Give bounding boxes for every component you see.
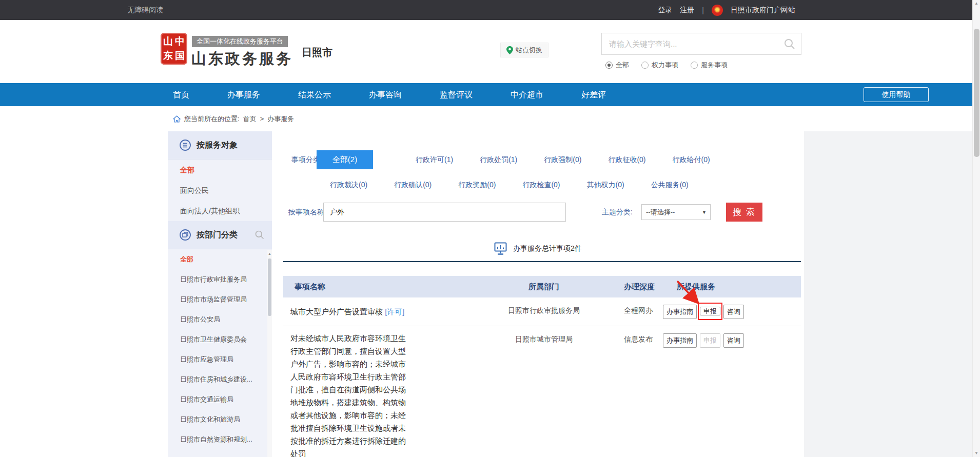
- stats-monitor-icon: [494, 242, 507, 255]
- by-target-title: 按服务对象: [197, 140, 238, 151]
- site-switch-button[interactable]: 站点切换: [500, 43, 548, 57]
- sidebar-dept-item[interactable]: 日照市公安局: [168, 309, 272, 329]
- search-icon[interactable]: [783, 38, 796, 50]
- category-row-2: 行政裁决(0) 行政确认(0) 行政奖励(0) 行政检查(0) 其他权力(0) …: [330, 181, 689, 190]
- topic-select[interactable]: --请选择-- ▼: [641, 204, 711, 220]
- keyword-search-box: [601, 33, 801, 55]
- seal-char: 山: [162, 34, 174, 49]
- nav-results[interactable]: 结果公示: [279, 83, 350, 106]
- guide-button[interactable]: 办事指南: [663, 333, 697, 348]
- department-cell: 日照市城市管理局: [482, 326, 605, 457]
- table-row: 城市大型户外广告设置审核 [许可] 日照市行政审批服务局 全程网办 办事指南 申…: [283, 297, 801, 326]
- help-button[interactable]: 使用帮助: [864, 87, 929, 102]
- national-emblem-icon: ★: [712, 5, 723, 16]
- nav-intermediary[interactable]: 中介超市: [492, 83, 562, 106]
- category-item[interactable]: 行政征收(0): [608, 155, 645, 165]
- scope-power-items[interactable]: 权力事项: [641, 61, 678, 70]
- sidebar-target-citizen[interactable]: 面向公民: [168, 180, 272, 201]
- by-department-title: 按部门分类: [197, 230, 238, 241]
- main-panel: 事项分类: 全部(2) 行政许可(1) 行政处罚(1) 行政强制(0) 行政征收…: [272, 131, 804, 457]
- scope-power-label: 权力事项: [652, 61, 678, 70]
- declare-button[interactable]: 申报: [700, 307, 720, 315]
- sidebar-dept-item[interactable]: 日照市应急管理局: [168, 349, 272, 369]
- login-link[interactable]: 登录: [658, 6, 672, 15]
- radio-selected-icon[interactable]: [605, 62, 613, 69]
- scope-service-items[interactable]: 服务事项: [691, 61, 728, 70]
- scope-all[interactable]: 全部: [605, 61, 629, 70]
- scrollbar-down-icon[interactable]: ▼: [973, 450, 980, 457]
- category-item[interactable]: 行政许可(1): [416, 155, 453, 165]
- item-name-cell[interactable]: 对未经城市人民政府市容环境卫生行政主管部门同意，擅自设置大型户外广告，影响市容的…: [290, 326, 406, 457]
- category-item[interactable]: 行政奖励(0): [458, 181, 496, 190]
- scrollbar-up-icon[interactable]: ▲: [267, 250, 272, 255]
- category-item[interactable]: 公共服务(0): [651, 181, 689, 190]
- nav-consult[interactable]: 办事咨询: [350, 83, 421, 106]
- radio-icon[interactable]: [641, 62, 649, 69]
- page-scrollbar[interactable]: ▲ ▼: [972, 0, 980, 457]
- sidebar-dept-all[interactable]: 全部: [168, 249, 272, 269]
- category-item[interactable]: 行政处罚(1): [480, 155, 517, 165]
- nav-services[interactable]: 办事服务: [208, 83, 279, 106]
- department-cell: 日照市行政审批服务局: [482, 297, 605, 326]
- service-buttons: 办事指南 申报 咨询: [663, 326, 787, 348]
- item-name-input[interactable]: [323, 203, 566, 222]
- breadcrumb-prefix: 您当前所在的位置:: [184, 114, 240, 124]
- topic-selected-value: --请选择--: [646, 208, 675, 217]
- section-divider: [283, 261, 801, 262]
- register-link[interactable]: 注册: [680, 6, 694, 15]
- page-scrollbar-thumb[interactable]: [974, 29, 979, 157]
- sidebar-target-legal-person[interactable]: 面向法人/其他组织: [168, 201, 272, 221]
- sidebar-dept-item[interactable]: 日照市交通运输局: [168, 389, 272, 409]
- sidebar-dept-item[interactable]: 日照市卫生健康委员会: [168, 329, 272, 349]
- breadcrumb-home-link[interactable]: 首页: [243, 114, 257, 124]
- category-item[interactable]: 行政确认(0): [394, 181, 432, 190]
- header-services: 所提供服务: [667, 282, 801, 292]
- sidebar-dept-item[interactable]: 日照市住房和城乡建设...: [168, 369, 272, 389]
- table-row: 对未经城市人民政府市容环境卫生行政主管部门同意，擅自设置大型户外广告，影响市容的…: [283, 326, 801, 457]
- sidebar-scrollbar[interactable]: ▲: [267, 250, 272, 457]
- item-name-link[interactable]: 城市大型户外广告设置审核: [290, 307, 383, 316]
- scope-service-label: 服务事项: [701, 61, 728, 70]
- department-search-icon[interactable]: [254, 230, 265, 240]
- sidebar: 按服务对象 全部 面向公民 面向法人/其他组织 按部门分类 全部 日照市行政审批…: [168, 131, 272, 457]
- nav-supervision[interactable]: 监督评议: [421, 83, 492, 106]
- scrollbar-up-icon[interactable]: ▲: [973, 0, 980, 7]
- category-item[interactable]: 其他权力(0): [587, 181, 624, 190]
- breadcrumb-separator: >: [260, 115, 264, 123]
- consult-button[interactable]: 咨询: [723, 305, 744, 319]
- breadcrumb-current: 办事服务: [267, 114, 294, 124]
- category-item[interactable]: 行政给付(0): [673, 155, 710, 165]
- seal-char: 中: [174, 34, 186, 49]
- category-row-1: 行政许可(1) 行政处罚(1) 行政强制(0) 行政征收(0) 行政给付(0): [416, 155, 710, 165]
- sidebar-dept-item[interactable]: 日照市市场监督管理局: [168, 289, 272, 309]
- right-background: [804, 131, 972, 457]
- category-item[interactable]: 行政裁决(0): [330, 181, 367, 190]
- accessibility-link[interactable]: 无障碍阅读: [127, 6, 163, 15]
- sidebar-dept-item[interactable]: 日照市文化和旅游局: [168, 409, 272, 429]
- item-name-cell: 城市大型户外广告设置审核 [许可]: [290, 297, 406, 326]
- radio-icon[interactable]: [691, 62, 698, 69]
- shandong-seal-logo: 山 中 东 国: [161, 33, 187, 65]
- sidebar-dept-item[interactable]: 日照市行政审批服务局: [168, 269, 272, 289]
- portal-site-link[interactable]: 日照市政府门户网站: [731, 6, 795, 15]
- topic-label: 主题分类:: [602, 208, 633, 217]
- category-item[interactable]: 行政强制(0): [544, 155, 581, 165]
- nav-rating[interactable]: 好差评: [562, 83, 625, 106]
- consult-button[interactable]: 咨询: [723, 333, 744, 348]
- nav-home[interactable]: 首页: [154, 83, 208, 106]
- chevron-down-icon: ▼: [702, 210, 707, 215]
- sidebar-dept-item[interactable]: 日照市自然资源和规划...: [168, 429, 272, 449]
- topbar-separator: |: [702, 6, 704, 14]
- guide-button[interactable]: 办事指南: [663, 305, 697, 319]
- category-item[interactable]: 行政检查(0): [522, 181, 560, 190]
- sidebar-target-all[interactable]: 全部: [168, 160, 272, 180]
- category-all-selected[interactable]: 全部(2): [317, 150, 373, 169]
- scope-all-label: 全部: [616, 61, 629, 70]
- nav-items: 首页 办事服务 结果公示 办事咨询 监督评议 中介超市 好差评: [154, 83, 625, 106]
- topbar-right: 登录 注册 | ★ 日照市政府门户网站: [658, 5, 795, 16]
- keyword-search-input[interactable]: [602, 39, 783, 48]
- search-button[interactable]: 搜 索: [726, 203, 762, 222]
- item-tag-link[interactable]: [许可]: [385, 307, 404, 316]
- sidebar-scrollbar-thumb[interactable]: [268, 259, 271, 316]
- main-nav: 首页 办事服务 结果公示 办事咨询 监督评议 中介超市 好差评 使用帮助: [0, 83, 980, 106]
